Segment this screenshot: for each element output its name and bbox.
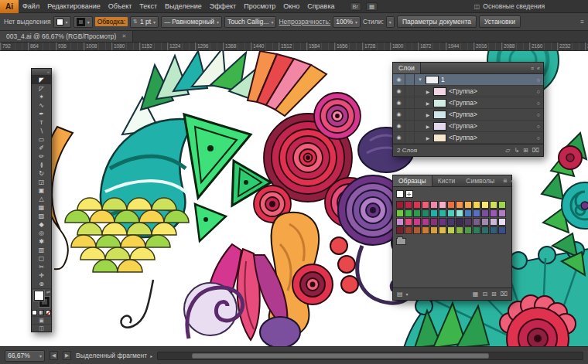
color-swatch[interactable] [490,209,497,217]
line-segment-tool[interactable]: ∖ [32,127,51,135]
fill-stroke-control[interactable]: ⇄ [32,288,51,308]
menu-item[interactable]: Справка [303,2,338,10]
new-layer-icon[interactable]: ⊞ [523,147,528,154]
rotate-tool[interactable]: ↻ [32,169,51,178]
color-swatch[interactable] [464,226,472,234]
color-swatch[interactable] [430,201,438,209]
target-circle-icon[interactable]: ○ [537,135,540,141]
swatch-libraries-icon[interactable]: ▤ [397,291,403,298]
drawing-mode-button[interactable]: ▣ [32,316,51,324]
close-icon[interactable]: ✕ [121,33,126,39]
color-swatch[interactable] [439,226,446,234]
visibility-eye-icon[interactable]: ◉ [393,121,405,131]
color-swatch[interactable] [456,201,463,209]
eyedropper-tool[interactable]: ◆ [32,220,51,229]
color-swatch[interactable] [439,209,446,217]
menu-item[interactable]: Редактирование [43,2,104,10]
color-swatch[interactable] [473,201,480,209]
color-swatch[interactable] [396,201,404,209]
brush-definition-select[interactable]: — Равномерный ▾ [161,16,222,28]
color-swatch[interactable] [430,218,438,226]
scrollbar-thumb[interactable] [192,353,489,359]
tab-layers[interactable]: Слои [393,63,421,73]
styles-select[interactable]: ▾ [386,16,395,28]
document-tab[interactable]: 003_4.ai @ 66,67% (RGB/Просмотр) ✕ [0,31,133,42]
color-swatch[interactable] [473,209,480,217]
paintbrush-tool[interactable]: ✐ [32,144,51,152]
color-swatch[interactable] [447,201,455,209]
visibility-eye-icon[interactable]: ◉ [393,132,405,143]
stroke-color-picker[interactable]: ▾ [74,16,93,28]
target-circle-icon[interactable]: ○ [537,89,540,94]
visibility-eye-icon[interactable]: ◉ [393,74,405,85]
color-swatch[interactable] [490,201,497,209]
new-swatch-icon[interactable]: ⊞ [491,291,497,298]
preferences-button[interactable]: Установки [479,15,521,28]
width-tool[interactable]: ≬ [32,161,51,169]
layer-name[interactable]: <Группа> [449,134,535,141]
menu-item[interactable]: Выделение [161,2,206,10]
swap-fill-stroke-icon[interactable]: ⇄ [46,289,50,294]
layer-row[interactable]: ◉ ▶ <Группа> ○ [393,109,543,121]
layer-name[interactable]: 1 [441,76,535,83]
fill-color-picker[interactable]: ▾ [53,16,71,28]
direct-selection-tool[interactable]: ◸ [32,84,51,93]
stroke-weight-select[interactable]: ⇅ 1 pt ▾ [130,16,159,28]
none-mode-button[interactable] [46,310,51,315]
new-sublayer-icon[interactable]: ↳ [514,147,519,154]
color-swatch[interactable] [422,226,429,234]
perspective-grid-tool[interactable]: △ [32,195,51,203]
zoom-tool[interactable]: ⊕ [32,280,51,288]
fill-swatch[interactable] [34,291,44,301]
color-swatch[interactable] [447,209,455,217]
width-profile-select[interactable]: Touch Callig... ▾ [224,16,276,28]
bridge-button[interactable]: Br [350,2,362,11]
stepper-icon[interactable]: ⇅ [133,19,138,25]
layer-name[interactable]: <Группа> [449,111,535,118]
layer-row[interactable]: ◉ ▶ <Группа> ○ [393,132,543,144]
panel-menu-icon[interactable]: ≡ [531,66,534,71]
magic-wand-tool[interactable]: ✶ [32,93,51,101]
color-swatch[interactable] [490,218,497,226]
menu-item[interactable]: Просмотр [240,2,279,10]
color-swatch[interactable] [447,218,455,226]
lock-toggle[interactable] [408,86,415,97]
expand-arrow-icon[interactable]: ▼ [417,77,423,82]
menu-item[interactable]: Объект [104,2,136,10]
app-logo-icon[interactable]: Ai [0,0,19,13]
delete-swatch-icon[interactable]: ⌧ [501,291,508,298]
layer-row[interactable]: ◉ ▶ <Группа> ○ [393,97,543,109]
menu-item[interactable]: Эффект [206,2,240,10]
gradient-tool[interactable]: ▨ [32,212,51,220]
color-swatch[interactable] [498,218,506,226]
lock-toggle[interactable] [408,74,415,85]
color-swatch[interactable] [464,218,472,226]
gradient-mode-button[interactable] [39,310,44,315]
prev-artboard-button[interactable]: ◀ [50,351,58,360]
new-color-group-icon[interactable]: ⊟ [482,291,487,298]
artboard-tool[interactable]: ▢ [32,254,51,263]
target-circle-icon[interactable]: ○ [537,100,540,106]
color-swatch[interactable] [396,218,404,226]
color-swatch[interactable] [405,201,412,209]
rectangle-tool[interactable]: ▭ [32,135,51,144]
mesh-tool[interactable]: ▦ [32,203,51,212]
collapse-icon[interactable]: « [511,179,514,184]
layer-name[interactable]: <Группа> [449,87,535,95]
symbol-sprayer-tool[interactable]: ✱ [32,237,51,246]
color-swatch[interactable] [481,201,489,209]
status-indicator[interactable]: Выделенный фрагмент ▸ [76,352,152,359]
swatch-kinds-icon[interactable]: ▦ [473,291,479,298]
color-swatch[interactable] [473,226,480,234]
screen-mode-button[interactable]: ◫ [32,324,51,332]
color-swatch[interactable] [405,226,412,234]
color-swatch[interactable] [490,226,497,234]
white-swatch[interactable] [396,190,404,198]
selection-tool[interactable]: ◤ [32,76,51,84]
document-setup-button[interactable]: Параметры документа [397,15,477,28]
column-graph-tool[interactable]: ▥ [32,246,51,254]
color-mode-button[interactable] [32,310,37,315]
color-swatch[interactable] [413,209,421,217]
color-swatch[interactable] [413,201,421,209]
stroke-panel-link[interactable]: Обводка: [95,17,128,26]
